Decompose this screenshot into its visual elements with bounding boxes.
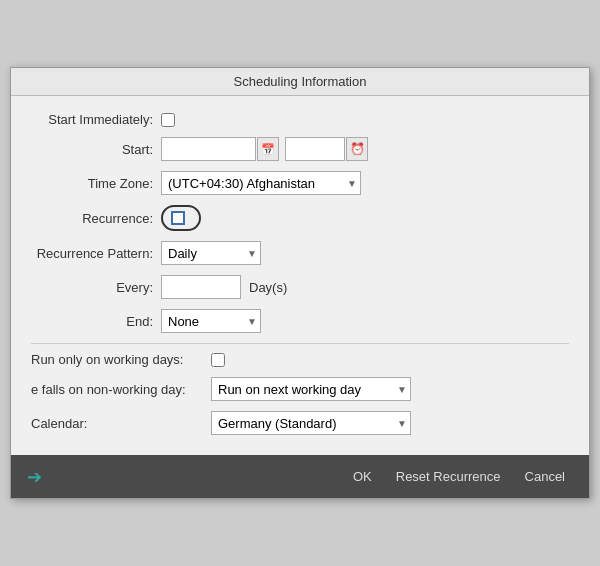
cancel-button[interactable]: Cancel	[517, 465, 573, 488]
non-working-select[interactable]: Run on next working day	[211, 377, 411, 401]
recurrence-row: Recurrence:	[31, 205, 569, 231]
end-label: End:	[31, 314, 161, 329]
working-days-label: Run only on working days:	[31, 352, 211, 367]
timezone-row: Time Zone: (UTC+04:30) Afghanistan ▼	[31, 171, 569, 195]
every-unit: Day(s)	[249, 280, 287, 295]
start-immediately-label: Start Immediately:	[31, 112, 161, 127]
separator	[31, 343, 569, 344]
working-days-checkbox[interactable]	[211, 353, 225, 367]
dialog-body: Start Immediately: Start: 13.01.2017 📅 1…	[11, 96, 589, 455]
every-row: Every: Day(s)	[31, 275, 569, 299]
ok-button[interactable]: OK	[345, 465, 380, 488]
start-label: Start:	[31, 142, 161, 157]
start-row: Start: 13.01.2017 📅 16:05 ⏰	[31, 137, 569, 161]
dialog-title: Scheduling Information	[11, 68, 589, 96]
calendar-select[interactable]: Germany (Standard)	[211, 411, 411, 435]
calendar-label: Calendar:	[31, 416, 211, 431]
start-date-input[interactable]: 13.01.2017	[161, 137, 256, 161]
every-label: Every:	[31, 280, 161, 295]
non-working-row: e falls on non-working day: Run on next …	[31, 377, 569, 401]
dialog-footer: ➔ OK Reset Recurrence Cancel	[11, 455, 589, 498]
clock-icon[interactable]: ⏰	[346, 137, 368, 161]
start-immediately-checkbox[interactable]	[161, 113, 175, 127]
non-working-select-wrap: Run on next working day ▼	[211, 377, 411, 401]
non-working-label: e falls on non-working day:	[31, 382, 211, 397]
recurrence-pattern-row: Recurrence Pattern: Daily ▼	[31, 241, 569, 265]
timezone-select[interactable]: (UTC+04:30) Afghanistan	[161, 171, 361, 195]
every-input[interactable]	[161, 275, 241, 299]
recurrence-pill	[161, 205, 201, 231]
working-days-row: Run only on working days:	[31, 352, 569, 367]
footer-arrow-icon: ➔	[27, 466, 42, 488]
timezone-label: Time Zone:	[31, 176, 161, 191]
scheduling-dialog: Scheduling Information Start Immediately…	[10, 67, 590, 499]
calendar-row: Calendar: Germany (Standard) ▼	[31, 411, 569, 435]
recurrence-pattern-select-wrap: Daily ▼	[161, 241, 261, 265]
recurrence-label: Recurrence:	[31, 211, 161, 226]
start-immediately-row: Start Immediately:	[31, 112, 569, 127]
recurrence-pattern-select[interactable]: Daily	[161, 241, 261, 265]
calendar-icon[interactable]: 📅	[257, 137, 279, 161]
recurrence-checkbox[interactable]	[171, 211, 185, 225]
end-select-wrap: None ▼	[161, 309, 261, 333]
calendar-select-wrap: Germany (Standard) ▼	[211, 411, 411, 435]
timezone-select-wrap: (UTC+04:30) Afghanistan ▼	[161, 171, 361, 195]
end-select[interactable]: None	[161, 309, 261, 333]
reset-recurrence-button[interactable]: Reset Recurrence	[388, 465, 509, 488]
end-row: End: None ▼	[31, 309, 569, 333]
start-time-input[interactable]: 16:05	[285, 137, 345, 161]
recurrence-pattern-label: Recurrence Pattern:	[31, 246, 161, 261]
